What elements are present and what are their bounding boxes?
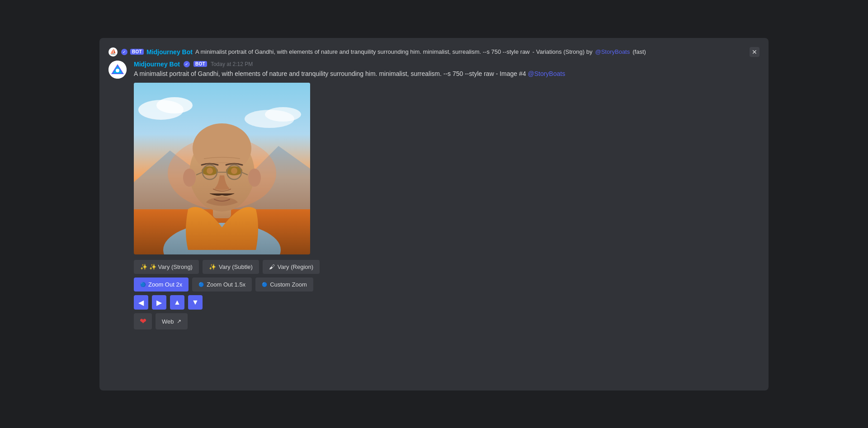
header-variation-text: - Variations (Strong) by (533, 48, 593, 55)
vary-strong-label: ✨ Vary (Strong) (149, 263, 193, 270)
heart-button[interactable]: ❤ (134, 313, 152, 329)
zoom-out-1-5x-label: Zoom Out 1.5x (207, 281, 245, 288)
vary-buttons-row: ✨ ✨ Vary (Strong) ✨ Vary (Subtle) 🖌 Vary… (134, 260, 760, 274)
vary-strong-button[interactable]: ✨ ✨ Vary (Strong) (134, 260, 199, 274)
author-bot-label: BOT (193, 61, 207, 67)
avatar-small: ⛵ (108, 47, 118, 56)
prompt-text-main: A minimalist portrait of Gandhi, with el… (134, 70, 494, 77)
header-compact: ✓ BOT Midjourney Bot A minimalist portra… (121, 48, 646, 56)
avatar-large (108, 61, 127, 79)
arrow-down-button[interactable]: ▼ (188, 295, 203, 310)
zoom-out-1-5x-button[interactable]: 🔵 Zoom Out 1.5x (192, 277, 252, 292)
svg-point-6 (156, 97, 193, 113)
zoom-2x-icon: 🔵 (140, 282, 146, 287)
sparkles-icon-2: ✨ (209, 263, 216, 270)
arrow-buttons-row: ◀ ▶ ▲ ▼ (134, 295, 760, 310)
discord-window: ⛵ ✓ BOT Midjourney Bot A minimalist port… (99, 38, 769, 390)
web-label: Web (162, 318, 174, 325)
vary-region-button[interactable]: 🖌 Vary (Region) (263, 260, 320, 274)
midjourney-bot-name-header: Midjourney Bot (146, 48, 193, 56)
header-username: @StoryBoats (595, 48, 630, 55)
web-button[interactable]: Web ↗ (156, 313, 188, 329)
brush-icon: 🖌 (269, 263, 275, 270)
image-label: - Image #4 (496, 70, 526, 77)
message-timestamp: Today at 2:12 PM (211, 61, 253, 67)
vary-region-label: Vary (Region) (278, 263, 313, 270)
image-container[interactable] (134, 83, 760, 254)
arrow-up-button[interactable]: ▲ (170, 295, 184, 310)
arrow-left-icon: ◀ (138, 298, 144, 307)
action-buttons-row: ❤ Web ↗ (134, 313, 760, 329)
author-name: Midjourney Bot (134, 61, 180, 68)
message-body: Midjourney Bot ✓ BOT Today at 2:12 PM A … (108, 61, 760, 334)
svg-point-3 (116, 69, 119, 72)
external-link-icon: ↗ (177, 318, 181, 325)
message-content: Midjourney Bot ✓ BOT Today at 2:12 PM A … (134, 61, 760, 334)
header-prompt-text: A minimalist portrait of Gandhi, with el… (195, 48, 530, 55)
arrow-right-button[interactable]: ▶ (152, 295, 166, 310)
author-check-badge: ✓ (184, 61, 190, 67)
sparkles-icon-1: ✨ (140, 263, 147, 270)
vary-subtle-label: Vary (Subtle) (219, 263, 253, 270)
message-header-bar: ⛵ ✓ BOT Midjourney Bot A minimalist port… (108, 47, 760, 57)
vary-subtle-button[interactable]: ✨ Vary (Subtle) (203, 260, 259, 274)
zoom-out-2x-button[interactable]: 🔵 Zoom Out 2x (134, 277, 189, 292)
svg-point-17 (207, 168, 213, 174)
zoom-buttons-row: 🔵 Zoom Out 2x 🔵 Zoom Out 1.5x 🔵 Custom Z… (134, 277, 760, 292)
arrow-up-icon: ▲ (174, 298, 181, 306)
svg-point-24 (183, 169, 196, 187)
zoom-out-2x-label: Zoom Out 2x (148, 281, 182, 288)
svg-point-8 (265, 107, 301, 122)
heart-icon: ❤ (140, 316, 146, 326)
generated-image[interactable] (134, 83, 310, 254)
arrow-right-icon: ▶ (156, 298, 162, 307)
custom-zoom-icon: 🔵 (262, 282, 267, 287)
check-badge: ✓ (121, 49, 127, 55)
custom-zoom-button[interactable]: 🔵 Custom Zoom (255, 277, 313, 292)
arrow-down-icon: ▼ (192, 298, 199, 306)
message-mention: @StoryBoats (528, 70, 565, 77)
close-button[interactable]: ✕ (750, 47, 760, 57)
custom-zoom-label: Custom Zoom (270, 281, 307, 288)
arrow-left-button[interactable]: ◀ (134, 295, 148, 310)
header-speed: (fast) (632, 48, 646, 55)
svg-point-14 (193, 123, 251, 173)
zoom-1-5x-icon: 🔵 (198, 282, 204, 287)
svg-point-18 (231, 168, 237, 174)
svg-point-25 (248, 169, 261, 187)
message-text: A minimalist portrait of Gandhi, with el… (134, 70, 760, 79)
message-author-row: Midjourney Bot ✓ BOT Today at 2:12 PM (134, 61, 760, 68)
bot-label-header: BOT (130, 49, 144, 55)
